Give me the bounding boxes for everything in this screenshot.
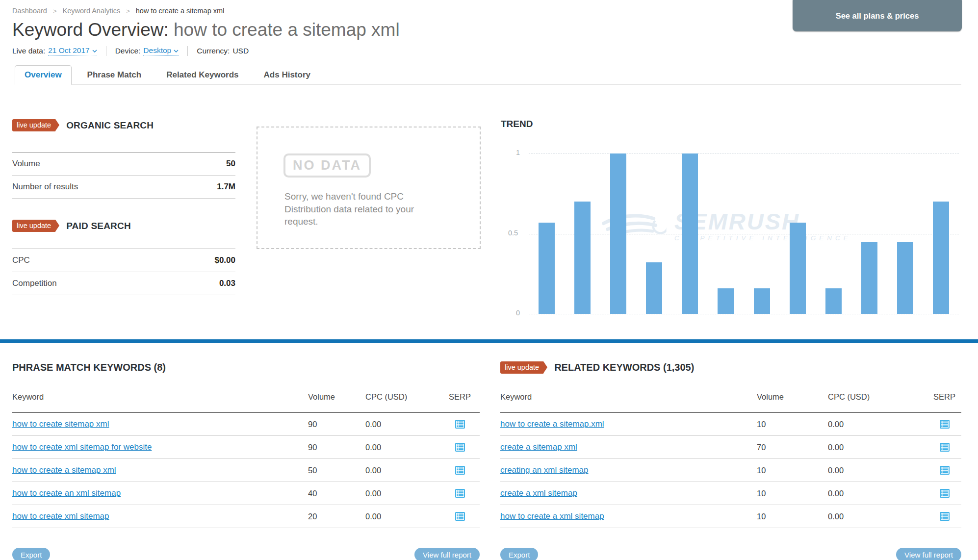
serp-icon[interactable] [940, 443, 950, 452]
organic-search-table: Volume50Number of results1.7M [12, 152, 235, 199]
currency-value: USD [232, 47, 249, 55]
serp-icon[interactable] [455, 489, 465, 498]
view-full-report-button[interactable]: View full report [896, 548, 961, 560]
serp-icon[interactable] [940, 489, 950, 498]
volume-value: 90 [308, 420, 365, 429]
y-tick-1: 1 [516, 149, 520, 156]
cpc-value: 0.00 [828, 466, 933, 475]
trend-bar-slot [565, 153, 600, 314]
volume-value: 10 [757, 466, 828, 475]
phrase-match-title: PHRASE MATCH KEYWORDS (8) [12, 362, 166, 373]
trend-bar [754, 288, 770, 314]
keyword-link[interactable]: create a xml sitemap [500, 488, 757, 498]
column-header-keyword: Keyword [500, 392, 757, 402]
serp-icon[interactable] [455, 420, 465, 429]
tab-related-keywords[interactable]: Related Keywords [157, 66, 248, 84]
table-row: how to create an xml sitemap400.00 [12, 482, 480, 505]
cpc-value: 0.00 [828, 489, 933, 498]
serp-icon[interactable] [940, 512, 950, 521]
currency-label: Currency: [197, 47, 230, 55]
serp-cell [449, 489, 480, 498]
stat-label: CPC [12, 255, 30, 265]
cpc-value: 0.00 [365, 512, 449, 521]
trend-bar-slot [816, 153, 851, 314]
stat-row: Volume50 [12, 153, 235, 176]
meta-divider [187, 46, 188, 56]
trend-bar-slot [529, 153, 565, 314]
keyword-link[interactable]: how to create a sitemap.xml [500, 419, 757, 429]
table-row: how to create a sitemap.xml100.00 [500, 413, 961, 436]
view-full-report-button[interactable]: View full report [414, 548, 480, 560]
related-keywords-title: RELATED KEYWORDS (1,305) [554, 362, 694, 373]
keyword-link[interactable]: how to create xml sitemap [12, 511, 308, 521]
trend-bar-slot [636, 153, 672, 314]
breadcrumb-separator: > [126, 7, 130, 15]
gridline [529, 314, 959, 314]
volume-value: 20 [308, 512, 365, 521]
tab-overview[interactable]: Overview [15, 65, 72, 85]
trend-bar-slot [744, 153, 779, 314]
cpc-value: 0.00 [365, 443, 449, 452]
page-title-prefix: Keyword Overview: [12, 20, 174, 40]
page-title: Keyword Overview: how to create a sitema… [12, 20, 400, 40]
breadcrumb-link[interactable]: Dashboard [12, 7, 47, 15]
cpc-value: 0.00 [828, 512, 933, 521]
stat-row: CPC$0.00 [12, 249, 235, 272]
trend-bar [790, 223, 806, 314]
trend-bar [539, 223, 555, 314]
live-update-badge: live update [12, 119, 55, 131]
serp-icon[interactable] [455, 466, 465, 475]
organic-search-header: live update ORGANIC SEARCH [12, 119, 154, 131]
organic-search-title: ORGANIC SEARCH [66, 120, 154, 131]
keyword-link[interactable]: how to create sitemap xml [12, 419, 308, 429]
y-tick-05: 0.5 [508, 229, 518, 237]
device-selector[interactable]: Desktop [143, 46, 179, 56]
serp-icon[interactable] [455, 512, 465, 521]
stat-value: 1.7M [217, 182, 235, 192]
trend-bars [529, 153, 959, 314]
stat-value: 0.03 [219, 279, 235, 288]
trend-bar-slot [672, 153, 708, 314]
trend-bar [574, 202, 591, 314]
stat-value: $0.00 [214, 255, 235, 265]
breadcrumb-separator: > [53, 7, 57, 15]
serp-cell [449, 443, 480, 452]
keyword-link[interactable]: create a sitemap xml [500, 442, 757, 452]
cpc-value: 0.00 [365, 466, 449, 475]
related-keywords-section: live update RELATED KEYWORDS (1,305) Key… [500, 361, 961, 560]
export-button[interactable]: Export [12, 548, 50, 560]
serp-cell [933, 443, 961, 452]
stat-row: Number of results1.7M [12, 176, 235, 199]
keyword-overview-page: Dashboard>Keyword Analytics>how to creat… [0, 0, 978, 560]
column-header-cpc-usd-: CPC (USD) [365, 392, 449, 402]
live-data-selector[interactable]: 21 Oct 2017 [48, 46, 97, 56]
keyword-link[interactable]: how to create a sitemap xml [12, 465, 308, 475]
chevron-down-icon [174, 50, 179, 53]
keyword-link[interactable]: how to create a xml sitemap [500, 511, 757, 521]
tabs: OverviewPhrase MatchRelated KeywordsAds … [15, 64, 961, 85]
serp-icon[interactable] [455, 443, 465, 452]
serp-cell [933, 489, 961, 498]
tab-phrase-match[interactable]: Phrase Match [78, 66, 151, 84]
live-data-value: 21 Oct 2017 [48, 46, 89, 55]
see-all-plans-button[interactable]: See all plans & prices [793, 0, 962, 31]
live-update-badge: live update [12, 220, 55, 232]
serp-icon[interactable] [940, 420, 950, 429]
export-button[interactable]: Export [500, 548, 538, 560]
keyword-link[interactable]: how to create xml sitemap for website [12, 442, 308, 452]
trend-bar-slot [887, 153, 923, 314]
trend-bar-slot [600, 153, 636, 314]
breadcrumb-link[interactable]: Keyword Analytics [63, 7, 121, 15]
volume-value: 50 [308, 466, 365, 475]
column-header-serp: SERP [449, 392, 480, 402]
trend-bar [933, 202, 949, 314]
serp-icon[interactable] [940, 466, 950, 475]
cpc-value: 0.00 [828, 420, 933, 429]
tab-ads-history[interactable]: Ads History [255, 66, 320, 84]
keyword-link[interactable]: how to create an xml sitemap [12, 488, 308, 498]
serp-cell [933, 512, 961, 521]
device-label: Device: [115, 47, 141, 55]
keyword-link[interactable]: creating an xml sitemap [500, 465, 757, 475]
cpc-distribution-no-data-panel: NO DATA Sorry, we haven't found CPC Dist… [257, 127, 481, 249]
section-divider [0, 339, 978, 343]
